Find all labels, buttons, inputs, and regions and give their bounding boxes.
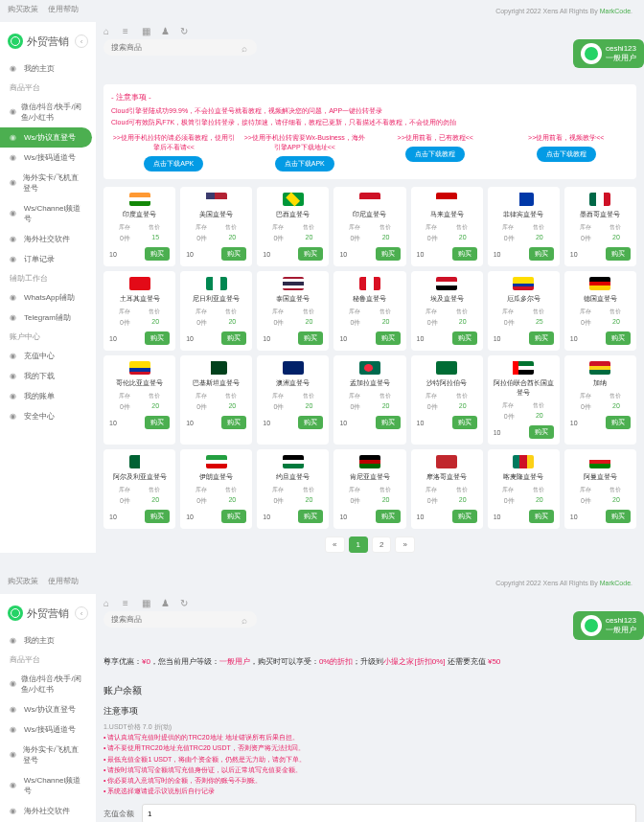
help-link[interactable]: 使用帮助 [48, 5, 79, 13]
buy-button[interactable]: 购买 [221, 331, 246, 345]
buy-button[interactable]: 购买 [145, 247, 170, 261]
nav-item[interactable]: ◉Ws/接码通道号 [0, 719, 96, 740]
nav-item[interactable]: ◉Ws/协议直登号 [0, 699, 96, 719]
nav-item[interactable]: ◉海外社交软件 [0, 229, 96, 249]
banner-button[interactable]: 点击下载APK [275, 156, 334, 171]
buy-button[interactable]: 购买 [376, 416, 401, 429]
collapse-icon[interactable]: ‹ [75, 606, 88, 620]
brand-name: 外贸营销 [27, 34, 69, 49]
flag-icon [206, 277, 227, 290]
buy-button[interactable]: 购买 [298, 331, 323, 345]
logo[interactable]: 外贸营销 ‹ [0, 28, 96, 55]
collapse-icon[interactable]: ‹ [75, 34, 88, 48]
menu-icon[interactable]: ≡ [123, 598, 132, 607]
buy-button[interactable]: 购买 [221, 416, 246, 429]
home-icon[interactable]: ⌂ [104, 598, 113, 607]
nav-home[interactable]: ◉我的主页 [0, 58, 96, 79]
page-1[interactable]: 1 [349, 537, 368, 553]
refresh-icon[interactable]: ↻ [180, 598, 190, 607]
page-next[interactable]: » [395, 537, 414, 553]
buy-button[interactable]: 购买 [452, 331, 477, 345]
buy-button[interactable]: 购买 [298, 247, 323, 261]
nav-item[interactable]: ◉订单记录 [0, 249, 96, 269]
avatar-icon [581, 43, 602, 64]
buy-button[interactable]: 购买 [606, 331, 631, 345]
qty-value: 10 [263, 420, 270, 426]
flag-icon [513, 193, 534, 206]
user-badge[interactable]: ceshi123 一般用户 [573, 611, 644, 640]
buy-button[interactable]: 购买 [529, 425, 554, 439]
notice-line: Cloud可有效防风F7K，极简引擎拉转登录，接待加速，请仔细看，教程已更新，只… [111, 118, 629, 127]
buy-button[interactable]: 购买 [298, 510, 323, 523]
buy-button[interactable]: 购买 [376, 510, 401, 523]
flag-icon [359, 455, 380, 468]
buy-button[interactable]: 购买 [606, 416, 631, 429]
nav-item[interactable]: ◉Ws/Channel频道号 [0, 770, 96, 801]
help-link[interactable]: 使用帮助 [48, 577, 79, 585]
search-input[interactable] [104, 611, 257, 628]
nav-item[interactable]: ◉海外实卡/飞机直登号 [0, 740, 96, 770]
menu-icon[interactable]: ≡ [123, 26, 132, 35]
nav-item[interactable]: ◉海外实卡/飞机直登号 [0, 168, 96, 198]
nav-item[interactable]: ◉WhatsApp辅助 [0, 287, 96, 308]
user-icon[interactable]: ♟ [161, 26, 171, 35]
nav-item[interactable]: ◉充值中心 [0, 346, 96, 366]
buy-button[interactable]: 购买 [452, 510, 477, 523]
product-name: 孟加拉直登号 [339, 378, 400, 388]
buy-button[interactable]: 购买 [452, 247, 477, 261]
buy-button[interactable]: 购买 [145, 510, 170, 523]
grid-icon[interactable]: ▦ [142, 26, 151, 35]
buy-button[interactable]: 购买 [145, 416, 170, 429]
buy-button[interactable]: 购买 [606, 247, 631, 261]
search-icon[interactable]: ⌕ [242, 615, 251, 625]
banner-button[interactable]: 点击下载教程 [405, 147, 465, 162]
product-card: 埃及直登号 库存售价 0件20 10购买 [411, 271, 483, 351]
nav-item[interactable]: ◉微信/抖音/快手/闲鱼/小红书 [0, 97, 96, 127]
policy-link[interactable]: 购买政策 [8, 577, 38, 585]
buy-button[interactable]: 购买 [529, 331, 554, 345]
search-icon[interactable]: ⌕ [242, 43, 251, 53]
page-2[interactable]: 2 [372, 537, 391, 553]
buy-button[interactable]: 购买 [452, 416, 477, 429]
nav-item[interactable]: ◉我的账单 [0, 386, 96, 406]
nav-item[interactable]: ◉Ws/接码通道号 [0, 148, 96, 168]
buy-button[interactable]: 购买 [606, 510, 631, 523]
buy-button[interactable]: 购买 [529, 247, 554, 261]
flag-icon [589, 277, 610, 290]
product-name: 巴西直登号 [263, 210, 323, 219]
nav-item[interactable]: ◉安全中心 [0, 406, 96, 426]
nav-item[interactable]: ◉微信/抖音/快手/闲鱼/小红书 [0, 669, 96, 699]
logo[interactable]: 外贸营销 ‹ [0, 600, 96, 627]
nav-item-active[interactable]: ◉Ws/协议直登号 [0, 127, 92, 148]
user-icon[interactable]: ♟ [161, 598, 171, 607]
buy-button[interactable]: 购买 [376, 247, 401, 261]
warn-line: • 请按时填写填写金额填写充值身份证，以后正常填写充值要金额。 [104, 765, 636, 775]
buy-button[interactable]: 购买 [221, 510, 246, 523]
qty-value: 10 [109, 420, 117, 426]
home-icon[interactable]: ⌂ [104, 26, 113, 35]
search-input[interactable] [104, 39, 257, 56]
grid-icon[interactable]: ▦ [142, 598, 151, 607]
user-badge[interactable]: ceshi123 一般用户 [573, 39, 644, 68]
buy-button[interactable]: 购买 [529, 510, 554, 523]
nav-item[interactable]: ◉Ws/Channel频道号 [0, 198, 96, 229]
nav-home[interactable]: ◉我的主页 [0, 630, 96, 651]
qty-value: 10 [494, 335, 501, 342]
nav-item[interactable]: ◉我的下载 [0, 366, 96, 386]
buy-button[interactable]: 购买 [221, 247, 246, 261]
buy-button[interactable]: 购买 [145, 331, 170, 345]
page-prev[interactable]: « [325, 537, 344, 553]
warn-line: • 最低充值金额1 USDT，将由个资金额，仍然是无力助，请勿下单。 [104, 754, 636, 765]
buy-button[interactable]: 购买 [376, 331, 401, 345]
qty-value: 10 [570, 420, 578, 426]
amount-input[interactable] [142, 804, 636, 822]
nav-item[interactable]: ◉海外社交软件 [0, 801, 96, 821]
nav-item[interactable]: ◉Telegram辅助 [0, 308, 96, 328]
qty-value: 10 [339, 251, 347, 258]
banner-button[interactable]: 点击下载教程 [537, 147, 596, 162]
refresh-icon[interactable]: ↻ [180, 26, 190, 35]
banner-button[interactable]: 点击下载APK [144, 156, 203, 171]
qty-value: 10 [339, 514, 347, 520]
buy-button[interactable]: 购买 [298, 416, 323, 429]
policy-link[interactable]: 购买政策 [8, 5, 38, 13]
